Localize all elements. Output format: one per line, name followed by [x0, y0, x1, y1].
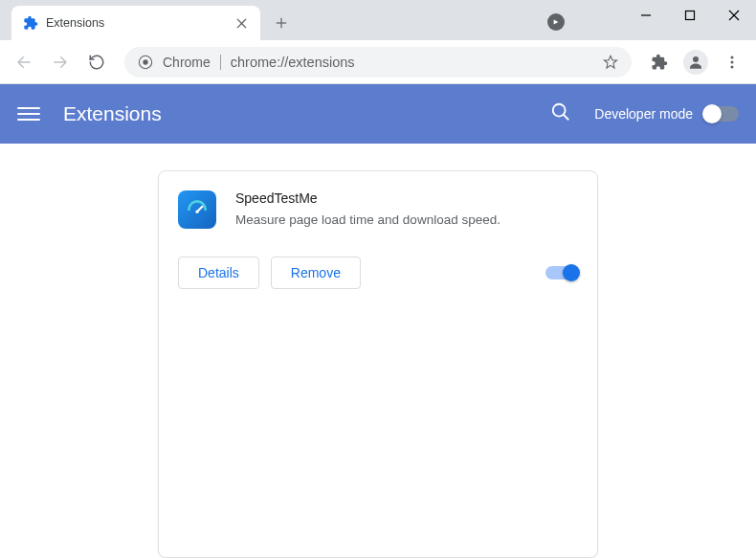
extension-card: SpeedTestMe Measure page load time and d… [158, 170, 598, 558]
extensions-list: SpeedTestMe Measure page load time and d… [0, 144, 756, 558]
svg-point-11 [731, 56, 734, 58]
svg-point-14 [553, 104, 566, 117]
svg-point-12 [731, 60, 734, 63]
svg-rect-1 [686, 11, 695, 20]
extension-name: SpeedTestMe [235, 190, 578, 206]
extension-enable-toggle[interactable] [545, 266, 578, 279]
extension-description: Measure page load time and download spee… [235, 212, 578, 230]
minimize-button[interactable] [624, 0, 668, 31]
developer-mode-toggle[interactable] [704, 106, 739, 122]
browser-toolbar: Chrome chrome://extensions [0, 40, 756, 84]
svg-point-16 [195, 211, 198, 213]
extensions-menu-button[interactable] [643, 46, 676, 78]
close-window-button[interactable] [712, 0, 756, 31]
tab-title: Extensions [46, 16, 226, 30]
profile-button[interactable] [679, 46, 712, 78]
close-tab-button[interactable] [233, 15, 249, 31]
avatar-icon [683, 50, 708, 75]
search-extensions-button[interactable] [550, 101, 571, 126]
remove-button[interactable]: Remove [271, 257, 361, 289]
svg-point-13 [731, 65, 734, 68]
developer-mode-section: Developer mode [594, 106, 739, 122]
media-indicator-icon[interactable] [547, 13, 565, 31]
extensions-page-header: Extensions Developer mode [0, 84, 756, 144]
details-button[interactable]: Details [178, 257, 259, 289]
reload-button[interactable] [80, 46, 113, 78]
menu-button[interactable] [716, 46, 748, 78]
developer-mode-label: Developer mode [594, 106, 693, 122]
svg-line-15 [564, 115, 569, 121]
bookmark-star-icon[interactable] [603, 55, 618, 70]
origin-label: Chrome [163, 55, 221, 70]
address-bar[interactable]: Chrome chrome://extensions [124, 47, 632, 78]
back-button[interactable] [8, 46, 40, 78]
new-tab-button[interactable] [268, 10, 295, 36]
extension-app-icon [178, 190, 216, 229]
extension-puzzle-icon [23, 15, 38, 31]
page-title: Extensions [63, 102, 527, 125]
browser-tab[interactable]: Extensions [11, 6, 260, 40]
url-text: chrome://extensions [231, 55, 593, 70]
svg-point-9 [143, 59, 147, 64]
hamburger-menu-button[interactable] [17, 102, 40, 125]
window-controls [624, 0, 756, 31]
maximize-button[interactable] [668, 0, 712, 31]
chrome-origin-icon [138, 55, 153, 70]
forward-button[interactable] [44, 46, 77, 78]
svg-point-10 [693, 56, 699, 62]
